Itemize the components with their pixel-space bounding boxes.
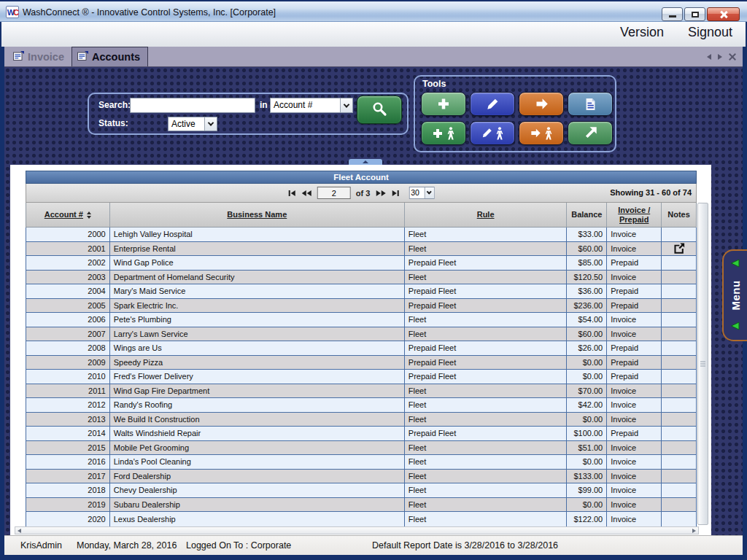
horizontal-scrollbar[interactable] [15, 526, 699, 534]
menu-strip: Version Signout [1, 22, 746, 47]
cell-billing: Invoice [607, 455, 662, 469]
search-input[interactable] [130, 98, 255, 113]
close-button[interactable] [707, 7, 740, 21]
showing-range-label: Showing 31 - 60 of 74 [610, 188, 692, 197]
green-left-arrow-icon[interactable] [730, 257, 740, 271]
cell-business: Randy's Roofing [110, 398, 405, 412]
table-row[interactable]: 2010Fred's Flower DeliveryPrepaid Fleet$… [26, 370, 696, 384]
vertical-scrollbar[interactable] [697, 203, 708, 525]
assign-button[interactable] [568, 121, 613, 145]
col-business-name[interactable]: Business Name [110, 203, 405, 227]
cell-billing: Prepaid [607, 356, 662, 370]
close-tab-icon[interactable] [729, 53, 736, 61]
page-size-select[interactable]: 30 [409, 187, 434, 199]
cell-note [662, 228, 696, 241]
form-icon [77, 51, 88, 63]
table-row[interactable]: 2017Ford DealershipFleet$133.00Invoice [26, 470, 696, 484]
cell-business: Mary's Maid Service [110, 284, 405, 298]
col-account[interactable]: Account # [26, 203, 110, 227]
maximize-icon [692, 12, 699, 18]
cell-balance: $0.00 [567, 455, 607, 469]
add-customer-button[interactable] [421, 121, 466, 145]
table-row[interactable]: 2019Subaru DealershipFleet$0.00Invoice [26, 498, 696, 513]
grid-title: Fleet Account [26, 171, 697, 184]
table-row[interactable]: 2000Lehigh Valley HospitalFleet$33.00Inv… [26, 228, 696, 242]
scroll-tabs-left-icon[interactable] [707, 54, 711, 60]
search-field-select[interactable]: Account # [270, 98, 353, 113]
col-rule[interactable]: Rule [405, 203, 568, 227]
cell-balance: $51.00 [567, 441, 607, 455]
cell-business: Wings are Us [110, 341, 405, 355]
cell-billing: Prepaid [607, 341, 662, 355]
col-balance[interactable]: Balance [567, 203, 607, 227]
table-row[interactable]: 2006Pete's PlumbingFleet$54.00Invoice [26, 313, 696, 327]
title-bar: WC WashConnect ® - Innovative Control Sy… [0, 0, 747, 22]
table-row[interactable]: 2008Wings are UsPrepaid Fleet$26.00Prepa… [26, 341, 696, 356]
table-row[interactable]: 2003Department of Homeland SecurityFleet… [26, 271, 696, 285]
window-title: WashConnect ® - Innovative Control Syste… [23, 7, 276, 18]
cell-rule: Prepaid Fleet [405, 356, 568, 370]
document-button[interactable] [568, 92, 613, 116]
table-row[interactable]: 2016Linda's Pool CleaningFleet$0.00Invoi… [26, 455, 696, 470]
cell-account: 2006 [26, 313, 110, 327]
col-invoice-prepaid[interactable]: Invoice / Prepaid [607, 203, 662, 227]
table-row[interactable]: 2005Spark Electric Inc.Prepaid Fleet$236… [26, 299, 696, 314]
edit-customer-button[interactable] [470, 121, 515, 145]
maximize-button[interactable] [684, 7, 705, 21]
last-page-button[interactable] [391, 189, 399, 198]
cell-account: 2007 [26, 327, 110, 341]
cell-rule: Fleet [405, 271, 568, 284]
table-row[interactable]: 2002Wind Gap PolicePrepaid Fleet$85.00Pr… [26, 256, 696, 271]
column-label: Balance [571, 210, 602, 219]
cell-business: Speedy Pizza [110, 356, 405, 370]
green-left-arrow-icon[interactable] [730, 320, 740, 333]
table-row[interactable]: 2013We Build It ConstructionFleet$0.00In… [26, 413, 696, 427]
table-row[interactable]: 2015Mobile Pet GroomingFleet$51.00Invoic… [26, 441, 696, 456]
status-select[interactable]: Active [168, 117, 217, 131]
cell-billing: Prepaid [607, 299, 662, 313]
scroll-right-icon [692, 529, 696, 533]
table-row[interactable]: 2007Larry's Lawn ServiceFleet$60.00Invoi… [26, 327, 696, 342]
version-link[interactable]: Version [620, 25, 664, 40]
cell-note [662, 256, 696, 270]
prev-page-button[interactable] [301, 189, 312, 198]
edit-button[interactable] [470, 92, 515, 116]
table-row[interactable]: 2018Chevy DealershipFleet$99.00Invoice [26, 483, 696, 498]
signout-link[interactable]: Signout [688, 25, 732, 40]
cell-business: Department of Homeland Security [110, 271, 405, 284]
logged-in-user: KrisAdmin [20, 540, 62, 551]
table-row[interactable]: 2001Enterprise RentalFleet$60.00Invoice [26, 242, 696, 257]
tab-accounts[interactable]: Accounts [71, 47, 148, 66]
first-page-button[interactable] [288, 189, 296, 198]
forward-customer-button[interactable] [519, 121, 564, 145]
page-number-input[interactable] [317, 187, 351, 199]
column-label: Rule [477, 210, 495, 219]
cell-account: 2013 [26, 413, 110, 427]
search-button[interactable] [357, 96, 402, 124]
open-note-icon[interactable] [673, 242, 686, 255]
cell-account: 2019 [26, 498, 110, 512]
table-row[interactable]: 2009Speedy PizzaPrepaid Fleet$0.00Prepai… [26, 356, 696, 370]
forward-button[interactable] [519, 92, 564, 116]
cell-balance: $0.00 [567, 370, 607, 384]
cell-note [662, 441, 696, 455]
next-page-button[interactable] [375, 189, 386, 198]
tab-invoice[interactable]: Invoice [8, 47, 71, 66]
cell-account: 2016 [26, 455, 110, 469]
col-notes[interactable]: Notes [662, 203, 696, 227]
table-row[interactable]: 2014Walts Windshield RepairPrepaid Fleet… [26, 427, 696, 441]
pencil-person-icon [481, 126, 505, 141]
cell-rule: Fleet [405, 327, 568, 341]
cell-balance: $122.00 [567, 512, 607, 526]
scroll-tabs-right-icon[interactable] [718, 54, 722, 60]
add-button[interactable] [421, 92, 466, 116]
arrow-up-right-icon [582, 125, 599, 141]
table-row[interactable]: 2012Randy's RoofingFleet$42.00Invoice [26, 398, 696, 413]
table-row[interactable]: 2020Lexus DealershipFleet$122.00Invoice [26, 512, 696, 526]
table-row[interactable]: 2011Wind Gap Fire DepartmentFleet$70.00I… [26, 384, 696, 399]
table-row[interactable]: 2004Mary's Maid ServicePrepaid Fleet$36.… [26, 284, 696, 299]
cell-billing: Invoice [607, 441, 662, 455]
minimize-button[interactable] [662, 7, 683, 21]
collapse-toolbar-handle[interactable] [349, 159, 382, 165]
menu-flyout-tab[interactable]: Menu [722, 249, 747, 341]
